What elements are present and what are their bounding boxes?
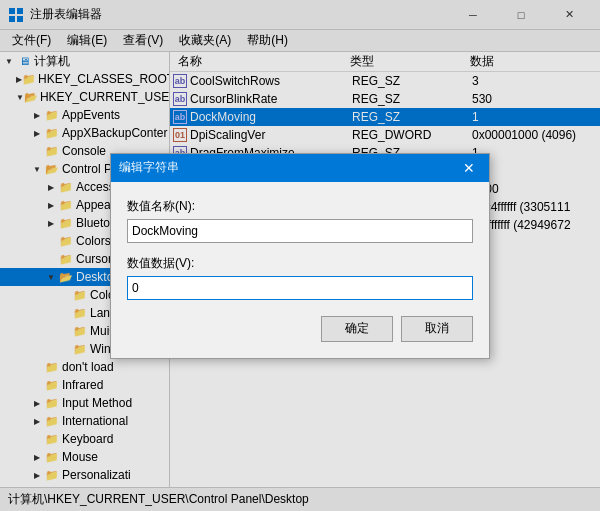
dialog-title-bar: 编辑字符串 ✕ bbox=[111, 154, 489, 182]
edit-string-dialog: 编辑字符串 ✕ 数值名称(N): 数值数据(V): 确定 取消 bbox=[110, 153, 490, 359]
dialog-overlay: 编辑字符串 ✕ 数值名称(N): 数值数据(V): 确定 取消 bbox=[0, 0, 600, 511]
dialog-close-button[interactable]: ✕ bbox=[457, 156, 481, 180]
dialog-buttons: 确定 取消 bbox=[127, 316, 473, 342]
dialog-name-label: 数值名称(N): bbox=[127, 198, 473, 215]
dialog-ok-button[interactable]: 确定 bbox=[321, 316, 393, 342]
dialog-value-label: 数值数据(V): bbox=[127, 255, 473, 272]
dialog-body: 数值名称(N): 数值数据(V): 确定 取消 bbox=[111, 182, 489, 358]
dialog-title: 编辑字符串 bbox=[119, 159, 457, 176]
dialog-cancel-button[interactable]: 取消 bbox=[401, 316, 473, 342]
dialog-name-input[interactable] bbox=[127, 219, 473, 243]
dialog-value-input[interactable] bbox=[127, 276, 473, 300]
